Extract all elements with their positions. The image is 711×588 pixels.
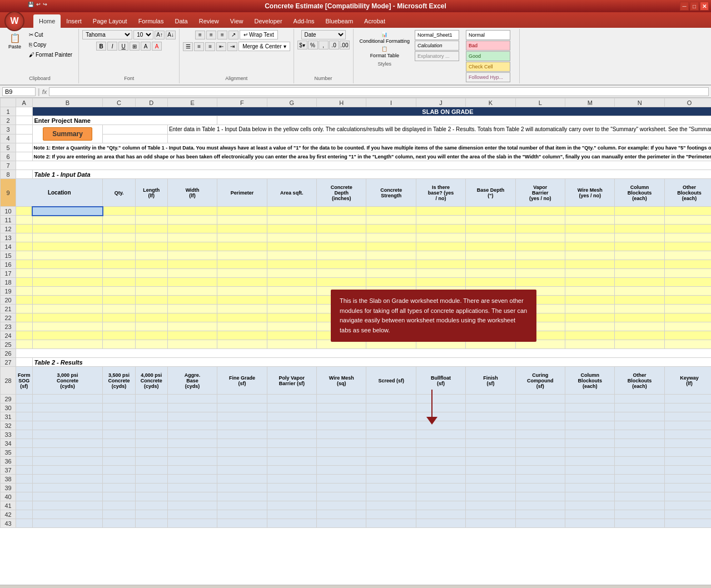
cell-A8[interactable]	[16, 170, 33, 179]
col-G[interactable]: G	[267, 98, 316, 107]
border-button[interactable]: ⊞	[130, 42, 140, 51]
col-J[interactable]: J	[416, 98, 465, 107]
cell-A6[interactable]	[16, 152, 33, 161]
cell-D9[interactable]: Length(lf)	[135, 179, 167, 207]
cell-A1[interactable]	[16, 107, 33, 116]
formula-input[interactable]	[49, 87, 709, 96]
col-E[interactable]: E	[167, 98, 217, 107]
underline-button[interactable]: U	[118, 42, 128, 51]
cell-I10[interactable]	[366, 207, 416, 216]
style-calculation[interactable]: Calculation	[415, 41, 459, 51]
merge-center-button[interactable]: Merge & Center ▾	[238, 42, 290, 51]
cell-A5[interactable]	[16, 143, 33, 152]
name-box[interactable]	[2, 87, 36, 96]
cell-A2[interactable]	[16, 116, 33, 125]
col-F[interactable]: F	[217, 98, 267, 107]
tab-view[interactable]: View	[225, 14, 249, 28]
style-followed[interactable]: Followed Hyp...	[466, 72, 510, 82]
tab-review[interactable]: Review	[193, 14, 225, 28]
format-painter-button[interactable]: 🖌 Format Painter	[26, 50, 75, 59]
cell-G10[interactable]	[267, 207, 316, 216]
cell-J10[interactable]	[416, 207, 465, 216]
cell-G9[interactable]: Area sqft.	[267, 179, 316, 207]
cell-B2[interactable]: Enter Project Name	[32, 116, 217, 125]
italic-button[interactable]: I	[107, 42, 117, 51]
col-H[interactable]: H	[317, 98, 366, 107]
cell-L10[interactable]	[515, 207, 565, 216]
cell-M9[interactable]: Wire Mesh(yes / no)	[565, 179, 615, 207]
cell-E10[interactable]	[167, 207, 217, 216]
fill-color-button[interactable]: A	[141, 42, 151, 51]
office-button[interactable]: W	[4, 11, 24, 31]
number-format-select[interactable]: Date	[301, 30, 346, 39]
col-K[interactable]: K	[466, 98, 515, 107]
cell-F2[interactable]	[217, 116, 711, 125]
cell-C3[interactable]	[103, 125, 167, 134]
tab-data[interactable]: Data	[169, 14, 193, 28]
cell-A4[interactable]	[16, 134, 33, 143]
cell-O10[interactable]	[664, 207, 711, 216]
col-L[interactable]: L	[515, 98, 565, 107]
tab-home[interactable]: Home	[33, 14, 61, 28]
col-C[interactable]: C	[103, 98, 135, 107]
tab-page-layout[interactable]: Page Layout	[87, 14, 133, 28]
cell-C4[interactable]	[103, 134, 167, 143]
cell-K10[interactable]	[466, 207, 515, 216]
orient-btn[interactable]: ↗	[228, 31, 238, 39]
instructions-cell[interactable]: Enter data in Table 1 - Input Data below…	[167, 125, 711, 134]
col-N[interactable]: N	[615, 98, 664, 107]
cell-B10[interactable]	[32, 207, 103, 216]
cell-C10[interactable]	[103, 207, 135, 216]
indent-decrease-btn[interactable]: ⇤	[216, 42, 226, 51]
cell-K9[interactable]: Base Depth(")	[466, 179, 515, 207]
cell-E4[interactable]	[167, 134, 711, 143]
style-normal[interactable]: Normal	[466, 30, 510, 40]
align-top-center-btn[interactable]: ≡	[206, 31, 216, 39]
cell-F10[interactable]	[217, 207, 267, 216]
decrease-decimal-btn[interactable]: .0	[329, 41, 339, 49]
col-D[interactable]: D	[135, 98, 167, 107]
cell-A7[interactable]	[16, 161, 712, 170]
increase-font-btn[interactable]: A↑	[155, 31, 165, 39]
tab-bluebeam[interactable]: Bluebeam	[320, 14, 359, 28]
col-A[interactable]: A	[16, 98, 33, 107]
style-good[interactable]: Good	[466, 51, 510, 61]
align-left-btn[interactable]: ☰	[183, 42, 193, 51]
cell-A3[interactable]	[16, 125, 33, 134]
bold-button[interactable]: B	[96, 42, 106, 51]
align-center-btn[interactable]: ≡	[194, 42, 204, 51]
paste-button[interactable]: 📋 Paste	[4, 31, 25, 59]
cell-J9[interactable]: Is therebase? (yes/ no)	[416, 179, 465, 207]
title-controls[interactable]: ─ □ ✕	[680, 2, 709, 11]
style-check-cell[interactable]: Check Cell	[466, 62, 510, 72]
summary-button[interactable]: Summary	[43, 127, 92, 141]
align-right-btn[interactable]: ≡	[205, 42, 215, 51]
cell-H10[interactable]	[317, 207, 366, 216]
font-color-button[interactable]: A	[152, 42, 162, 51]
cut-button[interactable]: ✂ Cut	[26, 30, 75, 39]
style-explanatory[interactable]: Explanatory ...	[415, 51, 459, 61]
font-size-select[interactable]: 10	[133, 30, 153, 39]
col-B[interactable]: B	[32, 98, 103, 107]
increase-decimal-btn[interactable]: .00	[340, 41, 350, 49]
cell-F9[interactable]: Perimeter	[217, 179, 267, 207]
cell-B1[interactable]: SLAB ON GRADE	[32, 107, 711, 116]
dollar-btn[interactable]: $▾	[297, 41, 307, 49]
cell-D10[interactable]	[135, 207, 167, 216]
style-normal-sheet1[interactable]: Normal_Sheet1	[415, 30, 459, 40]
cell-C9[interactable]: Qty.	[103, 179, 135, 207]
tab-formulas[interactable]: Formulas	[133, 14, 170, 28]
wrap-text-button[interactable]: ↵ Wrap Text	[240, 30, 278, 39]
tab-acrobat[interactable]: Acrobat	[359, 14, 391, 28]
indent-increase-btn[interactable]: ⇥	[227, 42, 237, 51]
col-O[interactable]: O	[664, 98, 711, 107]
format-as-table-button[interactable]: 📋Format Table	[357, 44, 413, 60]
percent-btn[interactable]: %	[308, 41, 318, 49]
font-select[interactable]: Tahoma	[82, 30, 132, 39]
cell-O9[interactable]: OtherBlockouts(each)	[664, 179, 711, 207]
align-top-left-btn[interactable]: ≡	[195, 31, 205, 39]
cell-I9[interactable]: ConcreteStrength	[366, 179, 416, 207]
decrease-font-btn[interactable]: A↓	[166, 31, 176, 39]
conditional-formatting-button[interactable]: 📊Conditional Formatting	[357, 30, 413, 43]
summary-cell[interactable]: Summary	[32, 125, 103, 143]
